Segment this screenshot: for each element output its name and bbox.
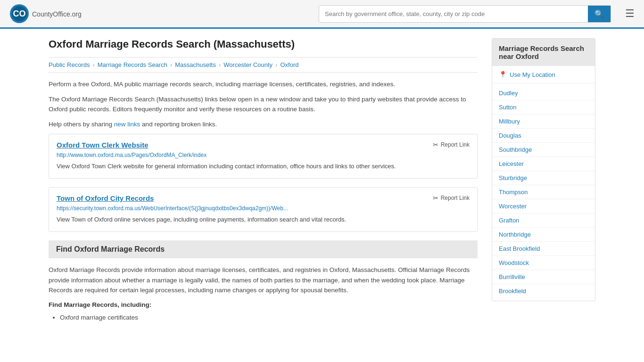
sidebar-link-east-brookfield[interactable]: East Brookfield (492, 242, 595, 256)
breadcrumb: Public Records › Marriage Records Search… (49, 57, 478, 73)
resource-title-2[interactable]: Town of Oxford City Records (57, 194, 154, 202)
report-label-2: Report Link (441, 195, 470, 201)
resource-card-1: Oxford Town Clerk Website ✂ Report Link … (49, 134, 478, 179)
sidebar-link-thompson[interactable]: Thompson (492, 185, 595, 199)
sidebar-link-leicester[interactable]: Leicester (492, 157, 595, 171)
svg-text:CO: CO (13, 9, 26, 18)
sidebar-link-douglas[interactable]: Douglas (492, 129, 595, 143)
breadcrumb-sep-4: › (275, 61, 277, 68)
list-item-1: Oxford marriage certificates (60, 312, 478, 323)
report-link-1[interactable]: ✂ Report Link (433, 141, 470, 148)
breadcrumb-sep-2: › (170, 61, 172, 68)
sidebar-link-burrillville[interactable]: Burrillville (492, 270, 595, 284)
report-icon-2: ✂ (433, 194, 438, 202)
menu-icon[interactable]: ☰ (625, 8, 635, 20)
sidebar-title: Marriage Records Search near Oxford (492, 39, 595, 66)
sidebar-box: Marriage Records Search near Oxford 📍 Us… (492, 38, 595, 301)
find-includes-label: Find Marriage Records, including: (49, 301, 478, 308)
new-links-link[interactable]: new links (114, 121, 140, 128)
sidebar-link-northbridge[interactable]: Northbridge (492, 228, 595, 242)
logo[interactable]: CO CountyOffice.org (9, 4, 82, 24)
sidebar: Marriage Records Search near Oxford 📍 Us… (492, 38, 595, 323)
sidebar-link-dudley[interactable]: Dudley (492, 86, 595, 100)
use-my-location-link[interactable]: Use My Location (510, 71, 555, 78)
sidebar-location: 📍 Use My Location (492, 66, 595, 83)
description-3-pre: Help others by sharing (49, 121, 114, 128)
description-3: Help others by sharing new links and rep… (49, 119, 478, 130)
main-content: Oxford Marriage Records Search (Massachu… (49, 38, 478, 323)
resource-desc-1: View Oxford Town Clerk website for gener… (57, 162, 470, 172)
resource-desc-2: View Town of Oxford online services page… (57, 215, 470, 225)
logo-icon: CO (9, 4, 29, 24)
section-body: Oxford Marriage Records provide informat… (49, 265, 478, 296)
sidebar-link-southbridge[interactable]: Southbridge (492, 143, 595, 157)
resource-header-1: Oxford Town Clerk Website ✂ Report Link (57, 141, 470, 149)
description-3-post: and reporting broken links. (140, 121, 217, 128)
description-2: The Oxford Marriage Records Search (Mass… (49, 94, 478, 115)
search-icon: 🔍 (594, 10, 604, 18)
breadcrumb-sep-3: › (219, 61, 221, 68)
resource-title-1[interactable]: Oxford Town Clerk Website (57, 141, 148, 149)
breadcrumb-oxford[interactable]: Oxford (280, 61, 298, 68)
breadcrumb-sep-1: › (92, 61, 94, 68)
search-input[interactable] (319, 7, 588, 21)
search-bar: 🔍 (319, 5, 611, 23)
sidebar-link-worcester[interactable]: Worcester (492, 199, 595, 214)
logo-text: CountyOffice.org (32, 9, 82, 19)
section-header: Find Oxford Marriage Records (49, 240, 478, 258)
sidebar-links: Dudley Sutton Millbury Douglas Southbrid… (492, 83, 595, 301)
sidebar-link-sutton[interactable]: Sutton (492, 100, 595, 115)
breadcrumb-worcester-county[interactable]: Worcester County (223, 61, 272, 68)
breadcrumb-marriage-records[interactable]: Marriage Records Search (98, 61, 167, 68)
sidebar-link-grafton[interactable]: Grafton (492, 214, 595, 228)
sidebar-link-millbury[interactable]: Millbury (492, 115, 595, 129)
report-label-1: Report Link (441, 141, 470, 148)
resource-card-2: Town of Oxford City Records ✂ Report Lin… (49, 187, 478, 232)
breadcrumb-massachusetts[interactable]: Massachusetts (175, 61, 216, 68)
resource-url-1[interactable]: http://www.town.oxford.ma.us/Pages/Oxfor… (57, 152, 470, 158)
sidebar-link-woodstock[interactable]: Woodstock (492, 256, 595, 270)
page-title: Oxford Marriage Records Search (Massachu… (49, 38, 478, 50)
report-link-2[interactable]: ✂ Report Link (433, 194, 470, 202)
list-items: Oxford marriage certificates (60, 312, 478, 323)
sidebar-link-brookfield[interactable]: Brookfield (492, 284, 595, 298)
search-button[interactable]: 🔍 (588, 6, 611, 22)
report-icon-1: ✂ (433, 141, 438, 148)
resource-url-2[interactable]: https://security.town.oxford.ma.us/WebUs… (57, 205, 470, 212)
breadcrumb-public-records[interactable]: Public Records (49, 61, 90, 68)
pin-icon: 📍 (499, 71, 507, 78)
sidebar-link-sturbridge[interactable]: Sturbridge (492, 171, 595, 185)
resource-header-2: Town of Oxford City Records ✂ Report Lin… (57, 194, 470, 202)
description-1: Perform a free Oxford, MA public marriag… (49, 79, 478, 90)
